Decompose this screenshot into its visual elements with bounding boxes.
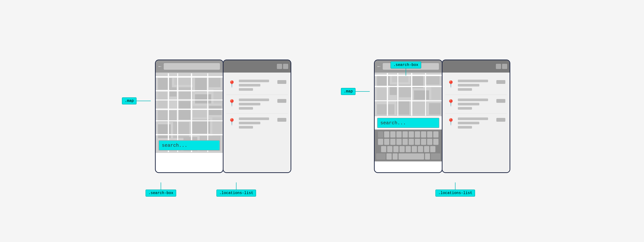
- key-28: [424, 146, 429, 152]
- keyboard-area-2: [375, 130, 442, 162]
- location-lines-2-3: [458, 118, 494, 128]
- key-20: [433, 139, 438, 145]
- locations-list-label-1: .locations-list: [216, 182, 256, 196]
- map-label-2: .map: [341, 88, 356, 95]
- loc-line-1-3-3: [239, 126, 253, 128]
- key-delete: [431, 154, 440, 160]
- search-box-label-2-top: .search-box: [390, 62, 421, 68]
- loc-line-1-1-1: [239, 80, 269, 82]
- key-23: [393, 146, 398, 152]
- map-area-2: [375, 72, 442, 116]
- key-6: [409, 132, 414, 138]
- location-item-1-1: 📍: [226, 76, 288, 95]
- key-26: [412, 146, 417, 152]
- svg-rect-10: [158, 110, 176, 122]
- loc-tag-1-1: [277, 80, 286, 84]
- pin-icon-2-1: 📍: [447, 80, 455, 88]
- search-input-1[interactable]: search...: [158, 140, 220, 150]
- locations-list-1: 📍 📍: [224, 72, 290, 173]
- svg-rect-3: [195, 78, 206, 92]
- pin-icon-1-1: 📍: [228, 80, 236, 88]
- map-label-bubble-1: .map: [122, 97, 136, 104]
- location-lines-1-3: [239, 118, 274, 128]
- svg-rect-36: [377, 88, 388, 102]
- loc-line-1-3-2: [239, 122, 260, 124]
- loc-line-1-2-3: [239, 107, 253, 110]
- loc-line-2-3-3: [458, 126, 472, 128]
- svg-rect-40: [432, 87, 440, 100]
- svg-rect-12: [193, 106, 207, 118]
- location-item-1-3: 📍: [226, 114, 288, 132]
- key-4: [396, 132, 402, 138]
- key-16: [409, 139, 414, 145]
- key-9: [427, 132, 432, 138]
- key-5: [402, 132, 408, 138]
- key-3: [390, 132, 396, 138]
- key-24: [400, 146, 405, 152]
- map-area-1: search...: [156, 72, 223, 153]
- key-19: [427, 139, 432, 145]
- svg-rect-41: [377, 104, 394, 114]
- svg-rect-8: [195, 94, 211, 104]
- key-7: [415, 132, 420, 138]
- location-item-1-2: 📍: [226, 95, 288, 114]
- window-btn-1b: [283, 64, 288, 69]
- svg-rect-6: [170, 87, 176, 96]
- right-phone-header-1: [224, 60, 290, 72]
- locations-list-label-2: .locations-list: [436, 182, 475, 196]
- loc-line-2-2-1: [458, 98, 488, 101]
- key-8: [421, 132, 426, 138]
- key-period: [425, 154, 430, 160]
- key-space: [398, 154, 424, 160]
- key-22: [387, 146, 392, 152]
- loc-tag-1-3: [277, 118, 286, 122]
- location-item-2-2: 📍: [445, 95, 507, 114]
- svg-rect-9: [214, 90, 222, 104]
- loc-line-2-3-2: [458, 122, 479, 124]
- key-10: [433, 132, 438, 138]
- keyboard-row-3: [376, 146, 440, 152]
- svg-rect-4: [209, 78, 220, 87]
- svg-rect-17: [212, 118, 222, 136]
- pin-icon-1-2: 📍: [228, 99, 236, 107]
- svg-rect-42: [397, 101, 410, 114]
- loc-line-2-2-2: [458, 103, 479, 106]
- location-lines-1-1: [239, 80, 274, 91]
- location-lines-2-1: [458, 80, 494, 91]
- key-25: [406, 146, 411, 152]
- loc-line-2-3-1: [458, 118, 488, 120]
- loc-line-1-2-1: [239, 98, 269, 101]
- key-x: [393, 154, 398, 160]
- key-z: [386, 154, 392, 160]
- key-29: [430, 146, 436, 152]
- loc-line-2-1-1: [458, 80, 488, 82]
- svg-rect-11: [179, 101, 190, 120]
- right-phone-header-2: [442, 60, 510, 72]
- key-1: [378, 132, 383, 138]
- svg-rect-35: [426, 76, 440, 84]
- locations-list-2: 📍 📍: [442, 72, 510, 173]
- key-21: [381, 146, 386, 152]
- search-input-2[interactable]: search...: [377, 118, 440, 128]
- search-box-label-1: .search-box: [146, 182, 176, 196]
- keyboard-row-2: [376, 139, 440, 145]
- right-phone-2: 📍 📍: [442, 60, 510, 173]
- loc-line-2-1-3: [458, 88, 472, 91]
- search-box-container-2: search...: [375, 116, 442, 130]
- key-shift: [376, 154, 386, 160]
- location-item-2-1: 📍: [445, 76, 507, 95]
- loc-tag-2-1: [496, 80, 505, 84]
- window-btn-2a: [496, 64, 501, 69]
- loc-tag-2-2: [496, 99, 505, 103]
- right-phone-1: 📍 📍: [223, 60, 291, 173]
- key-2: [384, 132, 389, 138]
- phone-header-left-1: ←: [156, 60, 223, 72]
- window-btn-2b: [502, 64, 507, 69]
- loc-line-1-3-1: [239, 118, 269, 120]
- search-box-area-1: search...: [156, 138, 223, 153]
- back-arrow-2: ←: [378, 64, 380, 69]
- header-bar-1: [164, 63, 220, 70]
- svg-rect-39: [414, 90, 429, 100]
- key-17: [415, 139, 420, 145]
- pin-icon-2-2: 📍: [447, 99, 455, 107]
